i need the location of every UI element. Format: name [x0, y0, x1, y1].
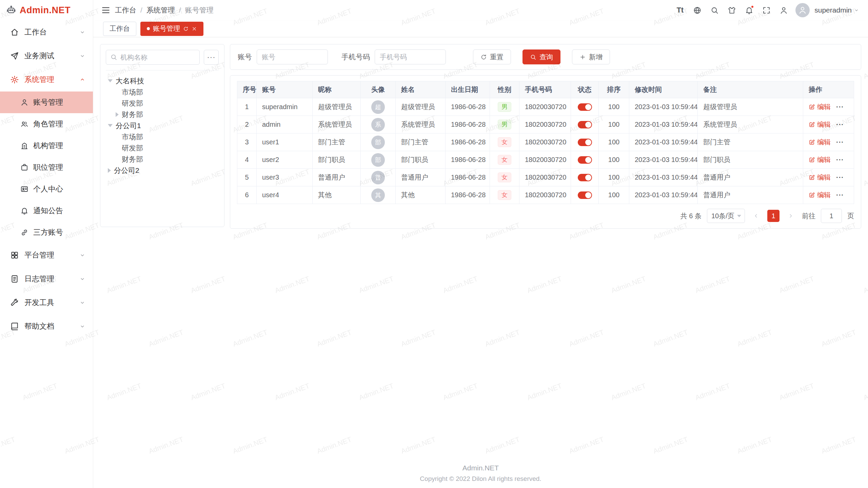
tree-node[interactable]: 市场部	[106, 131, 219, 142]
org-name-search-input[interactable]	[106, 50, 200, 65]
status-toggle[interactable]	[578, 156, 592, 164]
phone-input[interactable]	[375, 49, 446, 64]
tree-node[interactable]: 财务部	[106, 154, 219, 165]
refresh-tab-icon[interactable]	[183, 26, 189, 32]
sidebar-item-org-management[interactable]: 机构管理	[0, 135, 93, 157]
col-nickname: 昵称	[313, 81, 361, 98]
close-tab-icon[interactable]	[192, 26, 197, 32]
sidebar-item-account-management[interactable]: 账号管理	[0, 92, 93, 113]
search-button[interactable]: 查询	[522, 49, 560, 64]
status-toggle[interactable]	[578, 174, 592, 181]
global-search-button[interactable]	[707, 3, 722, 18]
notification-button[interactable]	[742, 3, 757, 18]
col-avatar: 头像	[361, 81, 396, 98]
edit-button[interactable]: 编辑	[809, 120, 831, 129]
tab-account-management[interactable]: 账号管理	[140, 22, 203, 36]
caret-expanded-icon[interactable]	[108, 79, 113, 82]
tree-node[interactable]: 财务部	[106, 109, 219, 120]
edit-button[interactable]: 编辑	[809, 138, 831, 147]
font-size-button[interactable]: Tt	[672, 3, 688, 18]
cell-birth: 1986-06-28	[446, 134, 490, 151]
col-seq: 序号	[237, 81, 257, 98]
cell-status	[571, 169, 599, 186]
edit-button[interactable]: 编辑	[809, 173, 831, 182]
edit-button[interactable]: 编辑	[809, 155, 831, 164]
row-more-actions-button[interactable]: ···	[836, 103, 844, 111]
sidebar-item-system-management[interactable]: 系统管理	[0, 68, 93, 92]
reset-button[interactable]: 重置	[473, 49, 511, 64]
hamburger-menu-icon[interactable]	[101, 6, 110, 15]
cell-avatar: 系	[361, 116, 396, 134]
cell-sort: 100	[599, 134, 629, 151]
row-more-actions-button[interactable]: ···	[836, 138, 844, 146]
edit-label: 编辑	[817, 190, 831, 200]
org-search	[106, 50, 200, 65]
cell-actions: 编辑···	[803, 151, 854, 169]
user-menu[interactable]: superadmin	[814, 6, 859, 14]
sidebar-item-position-management[interactable]: 职位管理	[0, 157, 93, 178]
goto-page-input[interactable]	[821, 209, 842, 223]
sidebar-item-personal-center[interactable]: 个人中心	[0, 178, 93, 200]
sidebar-item-business-test[interactable]: 业务测试	[0, 44, 93, 68]
sidebar-item-role-management[interactable]: 角色管理	[0, 113, 93, 135]
chevron-down-icon	[79, 252, 85, 258]
add-button[interactable]: 新增	[572, 49, 610, 64]
sidebar-item-label: 个人中心	[33, 184, 63, 194]
status-toggle[interactable]	[578, 121, 592, 128]
status-toggle[interactable]	[578, 139, 592, 146]
tree-node[interactable]: 研发部	[106, 98, 219, 109]
caret-collapsed-icon[interactable]	[108, 168, 111, 173]
breadcrumb-item[interactable]: 工作台	[115, 5, 136, 15]
account-input[interactable]	[257, 49, 328, 64]
profile-settings-button[interactable]	[776, 3, 791, 18]
org-tree: 大名科技 市场部 研发部 财务部	[106, 75, 219, 176]
cell-nickname: 部门职员	[313, 151, 361, 169]
next-page-button[interactable]	[785, 210, 796, 222]
sidebar-item-log-management[interactable]: 日志管理	[0, 267, 93, 291]
tree-node[interactable]: 市场部	[106, 86, 219, 98]
row-more-actions-button[interactable]: ···	[836, 191, 844, 199]
edit-button[interactable]: 编辑	[809, 190, 831, 200]
sidebar-item-label: 三方账号	[33, 227, 63, 238]
app-logo[interactable]: Admin.NET	[0, 0, 93, 20]
prev-page-button[interactable]	[750, 210, 762, 222]
col-phone: 手机号码	[519, 81, 571, 98]
tree-node[interactable]: 研发部	[106, 142, 219, 154]
sidebar-item-help-docs[interactable]: 帮助文档	[0, 314, 93, 338]
page-number-button[interactable]: 1	[767, 210, 780, 222]
sidebar-item-third-party-account[interactable]: 三方账号	[0, 222, 93, 243]
chevron-down-icon	[79, 276, 85, 282]
cell-gender: 女	[490, 134, 519, 151]
sidebar-item-label: 通知公告	[33, 206, 63, 216]
sidebar-item-platform-management[interactable]: 平台管理	[0, 243, 93, 267]
fullscreen-button[interactable]	[759, 3, 774, 18]
row-more-actions-button[interactable]: ···	[836, 121, 844, 128]
cell-name: 部门职员	[396, 151, 446, 169]
tree-node-label: 大名科技	[116, 76, 144, 86]
tab-workbench[interactable]: 工作台	[103, 22, 136, 36]
cell-name: 部门主管	[396, 134, 446, 151]
cell-remark: 系统管理员	[698, 116, 803, 134]
user-avatar[interactable]	[795, 3, 810, 17]
tree-node[interactable]: 分公司1	[106, 120, 219, 131]
theme-skin-button[interactable]	[724, 3, 739, 18]
chevron-down-icon	[854, 7, 859, 13]
sidebar-item-workbench[interactable]: 工作台	[0, 20, 93, 44]
language-button[interactable]	[690, 3, 705, 18]
row-more-actions-button[interactable]: ···	[836, 156, 844, 164]
notification-badge	[751, 5, 754, 8]
row-more-actions-button[interactable]: ···	[836, 174, 844, 181]
org-more-button[interactable]: ···	[204, 50, 219, 65]
status-toggle[interactable]	[578, 103, 592, 111]
tree-node[interactable]: 分公司2	[106, 165, 219, 176]
breadcrumb-item[interactable]: 系统管理	[146, 5, 175, 15]
caret-collapsed-icon[interactable]	[116, 112, 119, 117]
tree-node[interactable]: 大名科技	[106, 75, 219, 86]
edit-button[interactable]: 编辑	[809, 102, 831, 111]
pagination: 共 6 条 10条/页 1 前往	[237, 209, 854, 223]
status-toggle[interactable]	[578, 191, 592, 199]
sidebar-item-notice[interactable]: 通知公告	[0, 200, 93, 222]
sidebar-item-dev-tools[interactable]: 开发工具	[0, 291, 93, 314]
caret-expanded-icon[interactable]	[108, 124, 113, 127]
page-size-select[interactable]: 10条/页	[707, 209, 745, 223]
